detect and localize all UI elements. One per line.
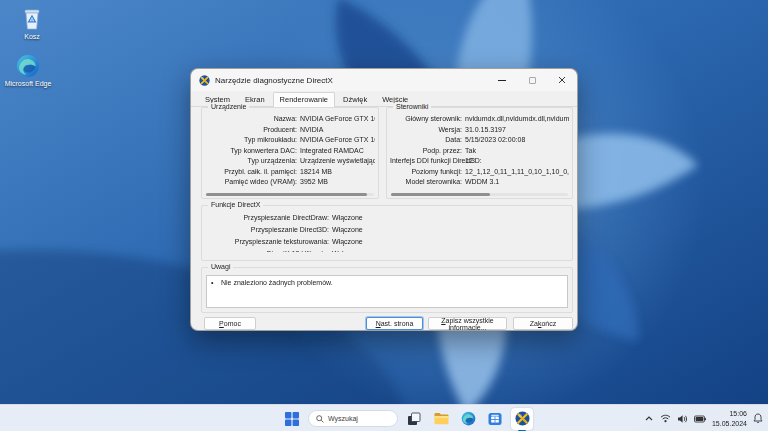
close-icon xyxy=(558,76,566,84)
search-input[interactable]: Wyszukaj xyxy=(308,410,398,427)
close-button[interactable] xyxy=(547,69,577,91)
minimize-button[interactable] xyxy=(487,69,517,91)
drivers-group-title: Sterowniki xyxy=(393,103,431,110)
device-row: Typ mikroukładu:NVIDIA GeForce GTX 1650 xyxy=(205,135,375,146)
drivers-horizontal-scrollbar[interactable] xyxy=(391,193,568,196)
wifi-icon[interactable] xyxy=(660,414,671,423)
device-group: Urządzenie Nazwa:NVIDIA GeForce GTX 1650… xyxy=(201,107,379,199)
clock-date: 15.05.2024 xyxy=(712,419,747,428)
desktop-icon-microsoft-edge[interactable]: Microsoft Edge xyxy=(0,54,56,88)
desktop-icon-recycle-bin[interactable]: Kosz xyxy=(4,7,60,41)
dialog-button-row: Pomoc Nast. strona Zapisz wszystkie info… xyxy=(191,317,577,331)
note-text: Nie znaleziono żadnych problemów. xyxy=(221,278,333,288)
dxdiag-taskbar-icon xyxy=(515,411,530,426)
note-item: • Nie znaleziono żadnych problemów. xyxy=(211,278,563,288)
driver-row: Poziomy funkcji:12_1,12_0,11_1,11_0,10_1… xyxy=(390,167,569,178)
device-row: Typ urządzenia:Urządzenie wyświetlające … xyxy=(205,156,375,167)
window-titlebar[interactable]: Narzędzie diagnostyczne DirectX xyxy=(191,69,577,91)
feature-row: Przyspieszanie Direct3D:Włączone xyxy=(205,224,569,236)
task-view-icon xyxy=(407,412,421,426)
device-row: Nazwa:NVIDIA GeForce GTX 1650 xyxy=(205,114,375,125)
battery-icon[interactable] xyxy=(694,415,706,423)
notes-group-title: Uwagi xyxy=(208,263,233,270)
feature-row: DirectX 12 Ultimate:Wyłączone xyxy=(205,248,569,252)
device-row: Przybl. całk. il. pamięci:18214 MB xyxy=(205,167,375,178)
desktop-icon-label: Microsoft Edge xyxy=(0,80,56,88)
maximize-button[interactable] xyxy=(517,69,547,91)
desktop-icon-label: Kosz xyxy=(4,33,60,41)
notes-listbox[interactable]: • Nie znaleziono żadnych problemów. xyxy=(206,275,568,308)
features-group-title: Funkcje DirectX xyxy=(208,201,263,208)
scrollbar-thumb[interactable] xyxy=(206,193,367,196)
feature-row: Przyspieszanie teksturowania:Włączone xyxy=(205,236,569,248)
help-button[interactable]: Pomoc xyxy=(204,317,256,330)
driver-row: Data:5/15/2023 02:00:08 xyxy=(390,135,569,146)
minimize-icon xyxy=(498,80,506,81)
system-tray: 15:06 15.05.2024 xyxy=(644,405,763,431)
taskbar: Wyszukaj xyxy=(0,404,768,431)
device-rows: Nazwa:NVIDIA GeForce GTX 1650 Producent:… xyxy=(205,114,375,190)
drivers-rows: Główny sterownik:nvldumdx.dll,nvldumdx.d… xyxy=(390,114,569,190)
search-icon xyxy=(316,415,324,423)
device-horizontal-scrollbar[interactable] xyxy=(206,193,374,196)
search-placeholder: Wyszukaj xyxy=(328,415,358,422)
device-row: Pamięć xyxy=(205,188,375,191)
edge-taskbar-icon xyxy=(461,411,476,426)
driver-row: Podp. przez:Tak xyxy=(390,146,569,157)
windows-start-icon xyxy=(285,412,299,426)
device-group-title: Urządzenie xyxy=(208,103,249,110)
device-row: Typ konwertera DAC:Integrated RAMDAC xyxy=(205,146,375,157)
device-row: Producent:NVIDIA xyxy=(205,125,375,136)
notes-group: Uwagi • Nie znaleziono żadnych problemów… xyxy=(201,267,573,313)
microsoft-store-button[interactable] xyxy=(484,408,506,430)
driver-row: Model sterownika:WDDM 3.1 xyxy=(390,177,569,188)
next-page-button[interactable]: Nast. strona xyxy=(366,317,423,330)
chevron-up-icon[interactable] xyxy=(644,414,654,423)
maximize-icon xyxy=(529,77,536,84)
taskbar-clock[interactable]: 15:06 15.05.2024 xyxy=(712,409,747,427)
file-explorer-button[interactable] xyxy=(430,408,452,430)
directx-features-group: Funkcje DirectX Przyspieszanie DirectDra… xyxy=(201,205,573,261)
driver-row: Główny sterownik:nvldumdx.dll,nvldumdx.d… xyxy=(390,114,569,125)
window-title: Narzędzie diagnostyczne DirectX xyxy=(215,76,333,85)
file-explorer-icon xyxy=(434,412,449,425)
microsoft-store-icon xyxy=(488,412,502,426)
dxdiag-app-icon xyxy=(199,75,210,86)
bullet-icon: • xyxy=(211,278,221,288)
dxdiag-taskbar-button[interactable] xyxy=(511,408,533,430)
driver-row: Wersja:31.0.15.3197 xyxy=(390,125,569,136)
feature-row: Przyspieszanie DirectDraw:Włączone xyxy=(205,212,569,224)
clock-time: 15:06 xyxy=(712,409,747,418)
drivers-group: Sterowniki Główny sterownik:nvldumdx.dll… xyxy=(386,107,573,199)
desktop: Kosz Microsoft Edge Narzędzie diagnostyc… xyxy=(0,0,768,431)
scrollbar-thumb[interactable] xyxy=(391,193,490,196)
taskbar-center: Wyszukaj xyxy=(281,405,533,431)
tab-renderowanie[interactable]: Renderowanie xyxy=(273,92,335,107)
dxdiag-window: Narzędzie diagnostyczne DirectX System E… xyxy=(190,68,578,331)
edge-icon xyxy=(16,54,40,78)
notification-bell-icon[interactable] xyxy=(753,413,763,424)
features-rows: Przyspieszanie DirectDraw:Włączone Przys… xyxy=(205,212,569,252)
volume-icon[interactable] xyxy=(677,414,688,424)
recycle-bin-icon xyxy=(21,7,43,31)
save-all-information-button[interactable]: Zapisz wszystkie informacje... xyxy=(428,317,507,330)
driver-row: Interfejs DDI funkcji Direct3D:12 xyxy=(390,156,569,167)
task-view-button[interactable] xyxy=(403,408,425,430)
exit-button[interactable]: Zakończ xyxy=(513,317,573,330)
device-row: Pamięć wideo (VRAM):3952 MB xyxy=(205,177,375,188)
start-button[interactable] xyxy=(281,408,303,430)
tab-dzwiek[interactable]: Dźwięk xyxy=(336,92,374,107)
edge-button[interactable] xyxy=(457,408,479,430)
